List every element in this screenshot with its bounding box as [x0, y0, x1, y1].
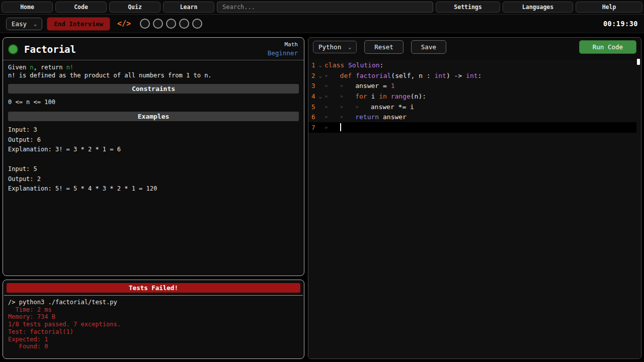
nav-tab-settings[interactable]: Settings	[436, 2, 500, 13]
search-input[interactable]	[217, 2, 433, 13]
editor-scrollbar-thumb[interactable]	[637, 59, 640, 65]
code-line-3[interactable]: 3»»answer = 1	[308, 80, 636, 91]
code-token: (n):	[411, 93, 426, 100]
tests-banner: Tests Failed!	[7, 283, 300, 293]
line-number: 5	[308, 103, 316, 111]
line-number: 3	[308, 82, 316, 89]
progress-circles	[140, 19, 202, 29]
run-code-button[interactable]: Run Code	[579, 40, 636, 54]
intro-text: , return	[34, 64, 66, 71]
problem-header: Factorial Math Beginner	[3, 38, 304, 60]
console-line: Test: factorial(1)	[8, 328, 299, 336]
interview-toolbar: Easy ⌄ End Interview </> 00:19:30	[0, 15, 644, 33]
language-select[interactable]: Python ⌄	[313, 41, 357, 53]
chevron-down-icon: ⌄	[34, 21, 37, 27]
code-token: Solution	[348, 61, 380, 69]
example-line: Output: 2	[8, 174, 299, 185]
console-line: /> python3 ./factorial/test.py	[8, 299, 299, 306]
problem-intro: Given n, return n!	[8, 64, 299, 72]
nav-tab-learn[interactable]: Learn	[163, 2, 214, 13]
main-area: Factorial Math Beginner Given n, return …	[0, 33, 644, 362]
constraints-text: 0 <= n <= 100	[8, 98, 299, 107]
code-token: factorial	[356, 72, 391, 79]
example-2: Input: 5Output: 2Explanation: 5! = 5 * 4…	[8, 164, 299, 194]
code-token: answer	[379, 113, 407, 121]
example-line: Input: 5	[8, 164, 299, 174]
indent-guide-icon: »	[340, 114, 356, 120]
problem-title: Factorial	[24, 44, 76, 55]
problem-meta: Math Beginner	[268, 41, 298, 57]
code-token	[387, 93, 391, 100]
fold-icon[interactable]: ⌄	[316, 94, 325, 99]
end-interview-button[interactable]: End Interview	[47, 17, 110, 31]
problem-body: Given n, return n! n! is defined as the …	[3, 60, 304, 207]
code-line-5[interactable]: 5»»»answer *= i	[308, 102, 636, 112]
nav-tab-languages[interactable]: Languages	[503, 2, 573, 13]
nav-tabs-right: SettingsLanguagesHelp	[436, 2, 642, 13]
indent-guide-icon: »	[325, 93, 340, 100]
progress-circle-4[interactable]	[179, 19, 189, 29]
indent-guide-icon: »	[325, 104, 340, 110]
problem-panel: Factorial Math Beginner Given n, return …	[3, 37, 304, 276]
code-token: 1	[391, 82, 395, 89]
difficulty-value: Easy	[12, 20, 27, 28]
indent-guide-icon: »	[325, 114, 340, 120]
nav-tab-help[interactable]: Help	[576, 2, 642, 13]
code-token: (self, n :	[391, 72, 434, 79]
indent-guide-icon: »	[340, 104, 356, 110]
example-line: Output: 6	[8, 135, 299, 145]
indent-guide-icon: »	[340, 93, 356, 100]
test-console: /> python3 ./factorial/test.py Time: 2 m…	[3, 298, 304, 351]
fold-icon[interactable]: ⌄	[316, 73, 325, 78]
progress-circle-2[interactable]	[153, 19, 163, 29]
code-token: answer =	[355, 82, 390, 89]
example-line: Explanation: 3! = 3 * 2 * 1 = 6	[8, 145, 299, 155]
examples-list: Input: 3Output: 6Explanation: 3! = 3 * 2…	[8, 125, 299, 194]
code-token: return	[355, 113, 379, 121]
example-line: Explanation: 5! = 5 * 4 * 3 * 2 * 1 = 12…	[8, 184, 299, 194]
code-lines[interactable]: 1⌄class Solution:2⌄»def factorial(self, …	[308, 60, 641, 358]
reset-button[interactable]: Reset	[364, 40, 404, 54]
nav-tabs-left: HomeCodeQuizLearn	[2, 2, 214, 13]
code-token: class	[325, 61, 344, 69]
code-line-2[interactable]: 2⌄»def factorial(self, n : int) -> int:	[308, 70, 636, 81]
examples-header: Examples	[8, 112, 299, 121]
indent-guide-icon: »	[340, 82, 356, 89]
console-line: Memory: 734 B	[8, 313, 299, 321]
nav-tab-quiz[interactable]: Quiz	[109, 2, 160, 13]
nav-tab-home[interactable]: Home	[2, 2, 53, 13]
code-token: :	[380, 61, 384, 69]
code-token	[344, 61, 348, 69]
example-line: Input: 3	[8, 125, 299, 135]
code-line-7[interactable]: 7»	[308, 122, 636, 133]
nav-tab-code[interactable]: Code	[55, 2, 107, 13]
line-number: 4	[308, 93, 316, 100]
code-line-6[interactable]: 6»»return answer	[308, 112, 636, 122]
code-line-1[interactable]: 1⌄class Solution:	[308, 60, 636, 70]
problem-description: n! is defined as the product of all numb…	[8, 72, 299, 80]
code-token: range	[391, 93, 411, 100]
text-cursor	[340, 123, 341, 131]
line-number: 7	[308, 124, 316, 131]
console-line: Found: 0	[8, 343, 299, 350]
progress-circle-5[interactable]	[192, 19, 202, 29]
example-1: Input: 3Output: 6Explanation: 3! = 3 * 2…	[8, 125, 299, 155]
intro-text: n	[30, 64, 33, 71]
code-token: int	[434, 72, 446, 79]
save-button[interactable]: Save	[411, 40, 446, 54]
indent-guide-icon: »	[325, 82, 340, 89]
code-line-4[interactable]: 4⌄»»for i in range(n):	[308, 91, 636, 102]
code-icon[interactable]: </>	[117, 19, 131, 28]
code-token: :	[478, 72, 482, 79]
code-token: for	[355, 93, 367, 100]
difficulty-select[interactable]: Easy ⌄	[6, 18, 42, 30]
progress-circle-1[interactable]	[140, 19, 150, 29]
fold-icon[interactable]: ⌄	[316, 62, 325, 68]
intro-text: n!	[66, 64, 73, 71]
progress-circle-3[interactable]	[166, 19, 176, 29]
timer: 00:19:30	[603, 20, 638, 28]
indent-guide-icon: »	[325, 124, 340, 131]
editor-panel: Python ⌄ Reset Save Run Code 1⌄class Sol…	[308, 37, 641, 359]
top-navbar: HomeCodeQuizLearn SettingsLanguagesHelp	[0, 0, 644, 15]
code-token: ) ->	[446, 72, 466, 79]
